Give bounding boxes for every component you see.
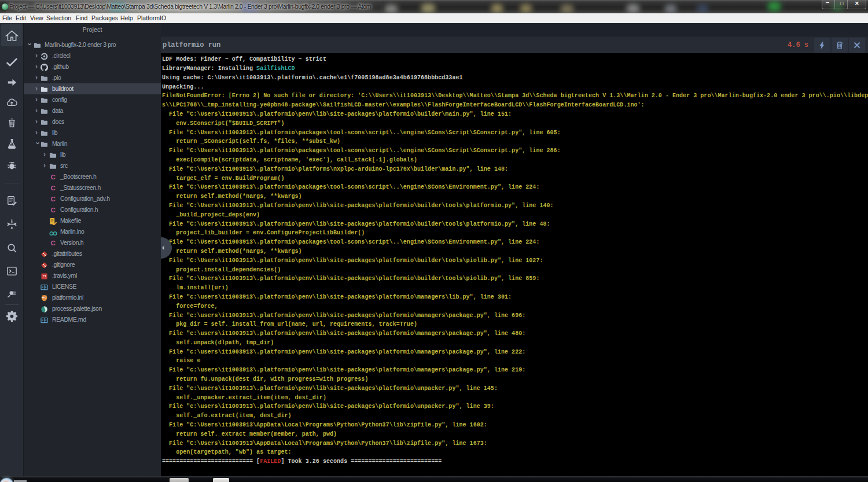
svg-text:C: C <box>50 185 56 192</box>
svg-text:C: C <box>50 196 56 203</box>
svg-text:C: C <box>50 174 56 181</box>
svg-text:C: C <box>50 207 56 214</box>
svg-text:C: C <box>50 240 56 246</box>
